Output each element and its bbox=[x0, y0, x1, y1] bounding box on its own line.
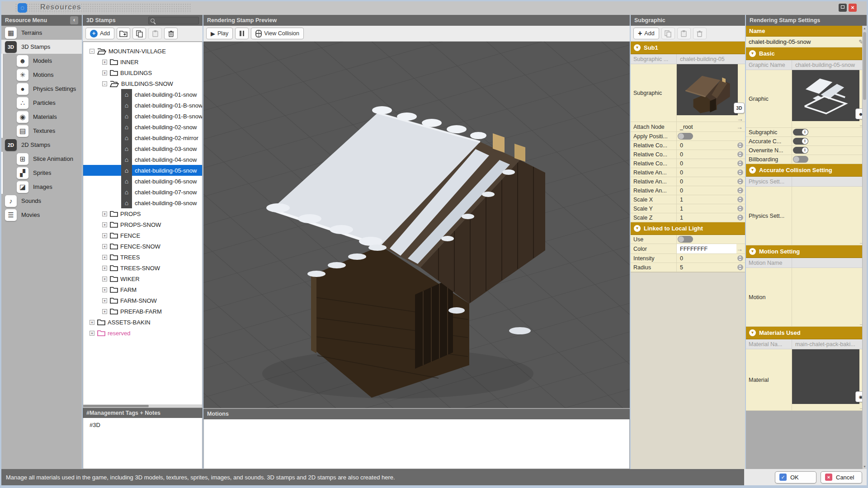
expand-expander-icon[interactable]: + bbox=[102, 222, 107, 227]
copy-subgraphic-button[interactable] bbox=[661, 28, 675, 39]
motion-setting-section-header[interactable]: ▾ Motion Setting bbox=[746, 245, 867, 258]
basic-section-header[interactable]: ▾ Basic bbox=[746, 47, 867, 60]
tree-folder-prefab-farm[interactable]: + PREFAB-FARM bbox=[83, 306, 202, 317]
sidebar-item-images[interactable]: ◪ Images bbox=[1, 180, 82, 194]
tree-item-chalet-02-snow[interactable]: ⌂ chalet-building-02-snow bbox=[83, 122, 202, 132]
tree-folder-reserved[interactable]: + reserved bbox=[83, 328, 202, 338]
add-subgraphic-button[interactable]: + Add bbox=[633, 28, 659, 39]
paste-button[interactable] bbox=[148, 28, 162, 39]
motion-slot[interactable]: → bbox=[792, 268, 867, 326]
expand-expander-icon[interactable]: + bbox=[102, 60, 107, 65]
graphic-thumbnail[interactable]: ☻ → bbox=[792, 70, 867, 127]
use-light-toggle[interactable] bbox=[678, 236, 693, 243]
sidebar-item-particles[interactable]: ∴ Particles bbox=[1, 96, 82, 110]
scrollbar-thumb[interactable] bbox=[863, 32, 866, 100]
material-thumbnail[interactable]: ◉ → bbox=[792, 349, 867, 410]
overwrite-toggle[interactable]: I bbox=[793, 147, 808, 154]
stepper-icon[interactable] bbox=[737, 178, 743, 184]
expand-expander-icon[interactable]: + bbox=[102, 233, 107, 238]
scale-x-row[interactable]: Scale X 1 bbox=[631, 195, 745, 204]
tree-item-chalet-01-snow[interactable]: ⌂ chalet-building-01-snow bbox=[83, 89, 202, 100]
scrollbar-thumb[interactable] bbox=[83, 405, 149, 407]
management-tags-content[interactable]: #3D bbox=[83, 418, 203, 469]
pause-button[interactable] bbox=[235, 28, 249, 39]
tree-item-chalet-05-snow-selected[interactable]: ⌂ chalet-building-05-snow bbox=[83, 165, 202, 176]
sidebar-item-terrains[interactable]: ▦ Terrains bbox=[1, 26, 82, 40]
tree-item-chalet-06-snow[interactable]: ⌂ chalet-building-06-snow bbox=[83, 176, 202, 187]
sidebar-item-models[interactable]: ☻ Models bbox=[1, 54, 82, 68]
expand-expander-icon[interactable]: + bbox=[102, 244, 107, 249]
paste-subgraphic-button[interactable] bbox=[677, 28, 691, 39]
sub1-section-header[interactable]: ▾ Sub1 bbox=[631, 42, 745, 54]
tree-folder-inner[interactable]: + INNER bbox=[83, 56, 202, 67]
tree-folder-wiker[interactable]: + WIKER bbox=[83, 273, 202, 284]
stepper-icon[interactable] bbox=[737, 215, 743, 221]
select-node-arrow-icon[interactable]: → bbox=[736, 123, 743, 131]
expand-expander-icon[interactable]: + bbox=[102, 255, 107, 260]
stepper-icon[interactable] bbox=[737, 151, 743, 157]
scale-y-row[interactable]: Scale Y 1 bbox=[631, 204, 745, 213]
expand-expander-icon[interactable]: + bbox=[102, 309, 107, 314]
sidebar-item-textures[interactable]: ▤ Textures bbox=[1, 124, 82, 138]
sidebar-item-3d-stamps[interactable]: 3D 3D Stamps bbox=[1, 40, 82, 54]
search-input[interactable] bbox=[148, 17, 199, 24]
stepper-icon[interactable] bbox=[737, 264, 743, 270]
stamp-name-field[interactable]: chalet-building-05-snow ✎ bbox=[746, 37, 867, 47]
restore-window-icon[interactable] bbox=[839, 4, 847, 12]
subgraphic-toggle[interactable]: I bbox=[793, 129, 808, 136]
expand-expander-icon[interactable]: + bbox=[102, 277, 107, 282]
scale-z-row[interactable]: Scale Z 1 bbox=[631, 213, 745, 222]
relative-coord-x-row[interactable]: Relative Co... 0 bbox=[631, 141, 745, 150]
stepper-icon[interactable] bbox=[737, 255, 743, 261]
apply-position-toggle[interactable] bbox=[678, 133, 693, 140]
scroll-up-icon[interactable]: ▲ bbox=[863, 27, 867, 30]
tree-folder-assets-bakin[interactable]: + ASSETS-BAKIN bbox=[83, 317, 202, 328]
tree-folder-trees-snow[interactable]: + TREES-SNOW bbox=[83, 263, 202, 273]
play-button[interactable]: ▶ Play bbox=[206, 28, 233, 39]
open-subgraphic-arrow-icon[interactable]: → bbox=[737, 116, 743, 122]
sidebar-item-sounds[interactable]: ♪ Sounds bbox=[1, 194, 82, 208]
stepper-icon[interactable] bbox=[737, 197, 743, 202]
tree-item-chalet-07-snow[interactable]: ⌂ chalet-building-07-snow bbox=[83, 187, 202, 197]
accurate-collision-section-header[interactable]: ▾ Accurate Collision Setting bbox=[746, 164, 867, 177]
duplicate-button[interactable] bbox=[132, 28, 146, 39]
pick-color-arrow-icon[interactable]: → bbox=[736, 245, 743, 253]
light-radius-row[interactable]: Radius 5 bbox=[631, 263, 745, 272]
sidebar-item-sprites[interactable]: ▞ Sprites bbox=[1, 166, 82, 180]
new-folder-button[interactable] bbox=[117, 28, 130, 39]
expand-expander-icon[interactable]: + bbox=[90, 320, 94, 325]
stepper-icon[interactable] bbox=[737, 188, 743, 193]
tree-item-chalet-04-snow[interactable]: ⌂ chalet-building-04-snow bbox=[83, 154, 202, 165]
subgraphic-thumbnail[interactable]: 3D → bbox=[677, 64, 745, 122]
light-color-row[interactable]: Color FFFFFFFF → bbox=[631, 244, 745, 254]
delete-button[interactable] bbox=[164, 28, 178, 39]
linked-local-light-section-header[interactable]: ▾ Linked to Local Light bbox=[631, 222, 745, 235]
tree-horizontal-scrollbar[interactable] bbox=[83, 404, 203, 408]
billboarding-toggle[interactable] bbox=[793, 156, 808, 163]
sidebar-item-physics-settings[interactable]: ● Physics Settings bbox=[1, 82, 82, 96]
materials-used-section-header[interactable]: ▾ Materials Used bbox=[746, 327, 867, 339]
scroll-down-icon[interactable]: ▼ bbox=[863, 465, 867, 468]
relative-angle-y-row[interactable]: Relative An... 0 bbox=[631, 177, 745, 186]
stepper-icon[interactable] bbox=[737, 169, 743, 175]
relative-angle-z-row[interactable]: Relative An... 0 bbox=[631, 186, 745, 195]
physics-settings-slot[interactable]: → bbox=[792, 187, 867, 245]
sidebar-item-2d-stamps[interactable]: 2D 2D Stamps bbox=[1, 138, 82, 152]
collapse-expander-icon[interactable]: - bbox=[90, 49, 94, 54]
accurate-collision-toggle[interactable]: I bbox=[793, 138, 808, 145]
tree-folder-trees[interactable]: + TREES bbox=[83, 252, 202, 263]
tree-item-chalet-02-mirror[interactable]: ⌂ chalet-building-02-mirror bbox=[83, 132, 202, 143]
ok-button[interactable]: ✓ OK bbox=[775, 471, 816, 483]
tree-folder-props[interactable]: + PROPS bbox=[83, 208, 202, 219]
sidebar-item-slice-animation[interactable]: ⊞ Slice Animation bbox=[1, 152, 82, 166]
light-intensity-row[interactable]: Intensity 0 bbox=[631, 254, 745, 263]
tree-item-chalet-01-b-snow[interactable]: ⌂ chalet-building-01-B-snow bbox=[83, 100, 202, 111]
tree-folder-mountain-village[interactable]: - MOUNTAIN-VILLAGE bbox=[83, 46, 202, 56]
tree-folder-buildings-snow[interactable]: - BUILDINGS-SNOW bbox=[83, 78, 202, 89]
settings-vertical-scrollbar[interactable]: ▲ ▼ bbox=[862, 26, 867, 469]
delete-subgraphic-button[interactable] bbox=[693, 28, 707, 39]
expand-expander-icon[interactable]: + bbox=[90, 331, 94, 336]
collapse-sidebar-icon[interactable]: ‹ bbox=[70, 16, 78, 24]
tree-item-chalet-01-b-snow-2[interactable]: ⌂ chalet-building-01-B-snow bbox=[83, 111, 202, 122]
close-window-icon[interactable]: × bbox=[849, 4, 857, 12]
